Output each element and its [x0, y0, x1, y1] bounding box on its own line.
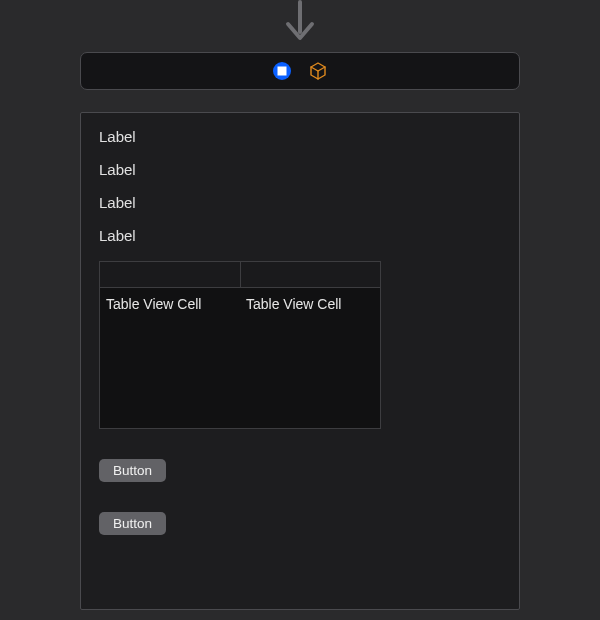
table-header-row[interactable]: [100, 262, 380, 288]
arrow-down-icon: [280, 0, 320, 46]
ui-label[interactable]: Label: [99, 228, 501, 243]
cube-icon[interactable]: [308, 61, 328, 81]
table-cell[interactable]: Table View Cell: [240, 288, 380, 320]
table-view[interactable]: Table View Cell Table View Cell: [99, 261, 381, 429]
table-header-column[interactable]: [241, 262, 381, 287]
object-toolbar[interactable]: [80, 52, 520, 90]
stop-icon[interactable]: [272, 61, 292, 81]
design-canvas[interactable]: Label Label Label Label Table View Cell …: [80, 112, 520, 610]
ui-label[interactable]: Label: [99, 195, 501, 210]
svg-rect-1: [278, 67, 287, 76]
ui-button[interactable]: Button: [99, 459, 166, 482]
ui-label[interactable]: Label: [99, 129, 501, 144]
table-body[interactable]: Table View Cell Table View Cell: [100, 288, 380, 428]
table-row[interactable]: Table View Cell Table View Cell: [100, 288, 380, 320]
ui-label[interactable]: Label: [99, 162, 501, 177]
table-cell[interactable]: Table View Cell: [100, 288, 240, 320]
table-header-column[interactable]: [100, 262, 241, 287]
insertion-arrow: [0, 0, 600, 46]
ui-button[interactable]: Button: [99, 512, 166, 535]
